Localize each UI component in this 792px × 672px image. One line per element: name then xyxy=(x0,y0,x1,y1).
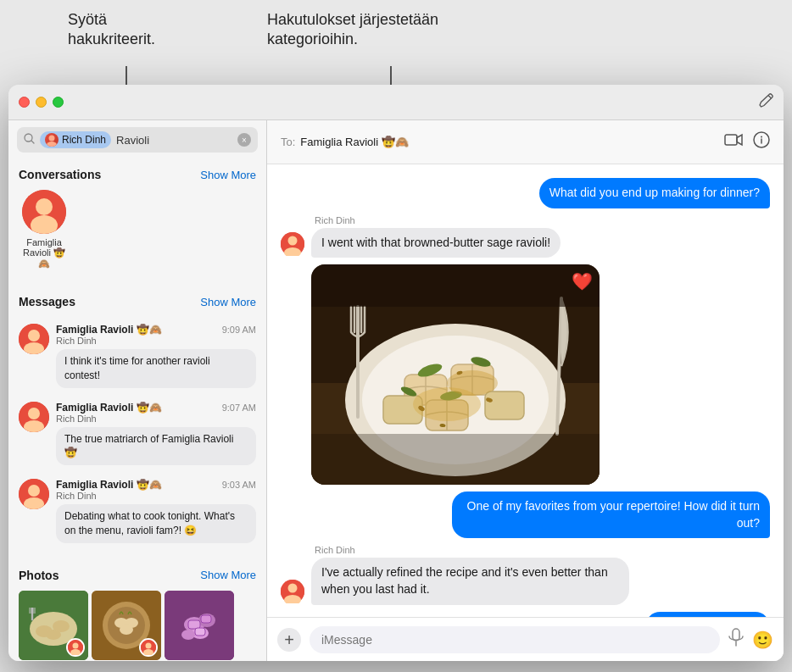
message-input[interactable] xyxy=(310,626,720,653)
audio-input-icon[interactable] xyxy=(728,628,744,651)
message-from: Famiglia Ravioli 🤠🙈 xyxy=(56,479,162,491)
video-call-icon[interactable] xyxy=(724,133,743,151)
search-query-text: Ravioli xyxy=(116,134,232,147)
svg-rect-73 xyxy=(733,629,739,641)
message-sender: Rich Dinh xyxy=(56,336,256,346)
annotation-right: Hakutulokset järjestetään kategorioihin. xyxy=(267,10,521,50)
svg-rect-38 xyxy=(201,615,211,623)
photo-thumb[interactable] xyxy=(92,591,161,660)
chat-avatar xyxy=(281,580,304,603)
emoji-button[interactable]: 🙂 xyxy=(752,630,773,650)
messages-show-more[interactable]: Show More xyxy=(200,296,256,308)
fullscreen-button[interactable] xyxy=(53,97,64,108)
plus-icon: + xyxy=(284,631,294,648)
chat-header: To: Famiglia Ravioli 🤠🙈 xyxy=(267,120,784,164)
photo-thumb[interactable] xyxy=(19,591,88,660)
svg-point-7 xyxy=(28,330,40,342)
svg-point-28 xyxy=(120,625,133,635)
conversation-item[interactable]: FamigliaRavioli 🤠🙈 xyxy=(19,190,70,269)
svg-rect-40 xyxy=(725,135,737,145)
message-preview: The true matriarch of Famiglia Ravioli 🤠 xyxy=(56,427,256,466)
message-item[interactable]: Famiglia Ravioli 🤠🙈 9:09 AM Rich Dinh I … xyxy=(8,317,266,395)
svg-point-2 xyxy=(47,142,57,147)
compose-icon[interactable] xyxy=(758,93,773,112)
bubble-group: Rich Dinh I've actually refined the reci… xyxy=(311,545,629,604)
message-sender: Rich Dinh xyxy=(56,414,256,424)
conversations-title: Conversations xyxy=(19,168,101,181)
sidebar: Rich Dinh Ravioli × Conversations Show M… xyxy=(8,120,267,661)
svg-point-4 xyxy=(36,198,53,215)
message-item[interactable]: Famiglia Ravioli 🤠🙈 9:07 AM Rich Dinh Th… xyxy=(8,395,266,473)
svg-point-60 xyxy=(447,370,498,396)
bubble-sender-name: Rich Dinh xyxy=(315,545,629,555)
bubble-sender-name: Rich Dinh xyxy=(315,215,561,225)
conversation-name: FamigliaRavioli 🤠🙈 xyxy=(19,237,70,269)
title-bar xyxy=(8,85,784,120)
svg-point-10 xyxy=(28,408,40,419)
message-avatar xyxy=(19,402,49,432)
messages-section-header: Messages Show More xyxy=(8,286,266,314)
messages-title: Messages xyxy=(19,295,75,308)
photo-thumb[interactable] xyxy=(165,591,234,660)
svg-point-36 xyxy=(181,630,195,640)
message-row-2: Rich Dinh I went with that browned-butte… xyxy=(281,215,770,258)
chat-panel: To: Famiglia Ravioli 🤠🙈 xyxy=(267,120,784,661)
traffic-lights xyxy=(19,97,64,108)
message-time: 9:07 AM xyxy=(222,403,256,413)
svg-rect-54 xyxy=(485,392,524,419)
photos-show-more[interactable]: Show More xyxy=(200,569,256,581)
message-header: Famiglia Ravioli 🤠🙈 9:09 AM xyxy=(56,324,256,336)
message-content: Famiglia Ravioli 🤠🙈 9:07 AM Rich Dinh Th… xyxy=(56,402,256,466)
photo-message-container: ❤️ xyxy=(311,264,600,485)
photos-title: Photos xyxy=(19,569,59,582)
conversation-avatar xyxy=(22,190,66,234)
photos-grid xyxy=(8,587,266,661)
message-sender: Rich Dinh xyxy=(56,491,256,501)
message-time: 9:09 AM xyxy=(222,325,256,335)
search-chip-label: Rich Dinh xyxy=(62,134,106,146)
info-icon[interactable] xyxy=(753,131,770,153)
message-avatar xyxy=(19,324,49,354)
conversations-show-more[interactable]: Show More xyxy=(200,169,256,181)
add-attachment-button[interactable]: + xyxy=(277,628,301,652)
svg-point-42 xyxy=(761,136,762,138)
bubble-group: What did you end up making for dinner? xyxy=(539,178,770,208)
search-bar[interactable]: Rich Dinh Ravioli × xyxy=(17,127,258,153)
svg-point-1 xyxy=(49,136,55,142)
svg-point-21 xyxy=(73,642,79,648)
message-row-4: One of my favorites from your repertoire… xyxy=(281,492,770,538)
incoming-bubble: I've actually refined the recipe and it'… xyxy=(311,558,629,604)
close-button[interactable] xyxy=(19,97,30,108)
search-clear-button[interactable]: × xyxy=(237,133,251,147)
message-list: Famiglia Ravioli 🤠🙈 9:09 AM Rich Dinh I … xyxy=(8,314,266,553)
svg-point-13 xyxy=(28,485,40,497)
photo-message[interactable] xyxy=(311,264,600,485)
annotation-left: Syötä hakukriteerit. xyxy=(68,10,204,50)
message-time: 9:03 AM xyxy=(222,480,256,490)
message-item[interactable]: Famiglia Ravioli 🤠🙈 9:03 AM Rich Dinh De… xyxy=(8,472,266,550)
message-avatar xyxy=(19,479,49,509)
contact-avatar-small xyxy=(45,133,59,147)
message-preview: I think it's time for another ravioli co… xyxy=(56,349,256,388)
chat-input-area: + 🙂 xyxy=(267,617,784,661)
message-preview: Debating what to cook tonight. What's on… xyxy=(56,504,256,543)
svg-rect-66 xyxy=(311,434,600,485)
svg-point-68 xyxy=(288,583,298,592)
svg-rect-65 xyxy=(311,264,600,307)
message-content: Famiglia Ravioli 🤠🙈 9:09 AM Rich Dinh I … xyxy=(56,324,256,388)
search-icon xyxy=(24,133,35,147)
photo-heart-reaction: ❤️ xyxy=(572,271,593,292)
chat-messages: What did you end up making for dinner? R… xyxy=(267,164,784,617)
photos-section-header: Photos Show More xyxy=(8,560,266,587)
message-content: Famiglia Ravioli 🤠🙈 9:03 AM Rich Dinh De… xyxy=(56,479,256,543)
svg-point-19 xyxy=(46,630,61,640)
photo-avatar-overlay xyxy=(66,638,85,657)
chat-header-icons xyxy=(724,131,770,153)
incoming-bubble: I went with that browned-butter sage rav… xyxy=(311,228,561,258)
outgoing-bubble: What did you end up making for dinner? xyxy=(539,178,770,208)
search-contact-chip: Rich Dinh xyxy=(40,131,111,148)
minimize-button[interactable] xyxy=(36,97,47,108)
message-row-1: What did you end up making for dinner? xyxy=(281,178,770,208)
svg-rect-39 xyxy=(195,628,205,636)
svg-point-30 xyxy=(146,642,152,648)
